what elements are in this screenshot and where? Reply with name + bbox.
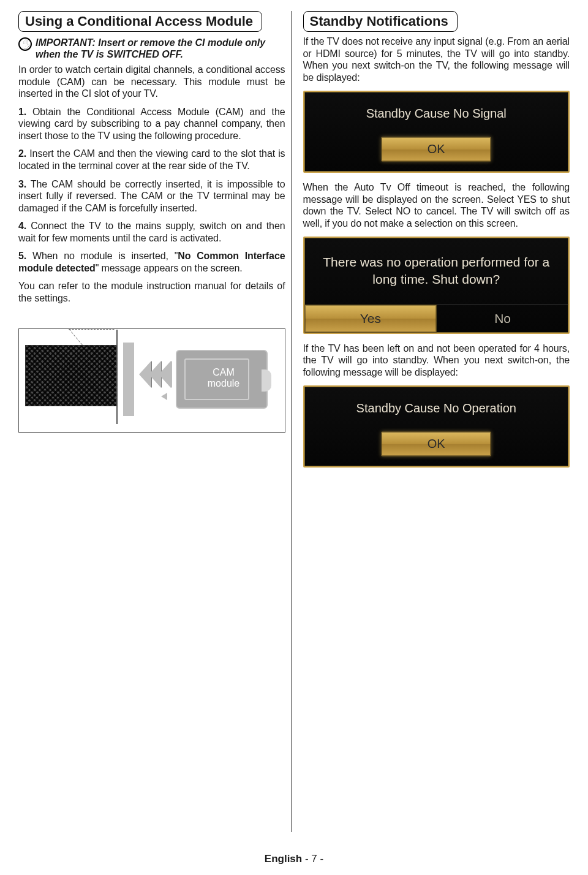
step-5-text-a: When no module is inserted, " — [26, 251, 178, 261]
step-4-text: Connect the TV to the mains supply, swit… — [18, 221, 285, 243]
tv-panel-no-signal: Standby Cause No Signal OK — [303, 91, 570, 173]
yes-button[interactable]: Yes — [304, 305, 437, 333]
yes-no-row: Yes No — [304, 305, 569, 333]
cam-intro: In order to watch certain digital channe… — [18, 64, 285, 100]
footer-page-number: 7 — [311, 853, 317, 865]
chevron-left-icon — [159, 361, 171, 388]
cam-diagram-slot — [123, 343, 134, 416]
tv-panel-no-signal-text: Standby Cause No Signal — [304, 103, 569, 133]
step-3-text: The CAM should be correctly inserted, it… — [18, 179, 285, 213]
cam-diagram-label: CAM module — [200, 367, 247, 388]
step-2-number: 2. — [18, 148, 26, 159]
left-column: Using a Conditional Access Module IMPORT… — [18, 11, 292, 832]
no-button[interactable]: No — [437, 305, 568, 333]
important-text: IMPORTANT: Insert or remove the CI modul… — [36, 37, 285, 60]
ok-button[interactable]: OK — [381, 137, 491, 162]
step-5-text-b: " message appears on the screen. — [96, 263, 243, 273]
cam-diagram: CAM module — [18, 328, 285, 433]
tv-panel-no-operation: Standby Cause No Operation OK — [303, 385, 570, 468]
tv-panel-shutdown-text: There was no operation performed for a l… — [304, 251, 569, 305]
cam-step-1: 1. Obtain the Conditional Access Module … — [18, 106, 285, 142]
step-2-text: Insert the CAM and then the viewing card… — [18, 148, 285, 171]
step-5-number: 5. — [18, 251, 26, 261]
cam-diagram-guide-line — [69, 329, 127, 345]
footer-language: English — [265, 853, 302, 865]
cam-step-5: 5. When no module is inserted, "No Commo… — [18, 250, 285, 274]
right-column: Standby Notifications If the TV does not… — [301, 11, 570, 832]
tv-panel-shutdown-prompt: There was no operation performed for a l… — [303, 237, 570, 334]
triangle-left-icon — [161, 393, 167, 400]
footer-sep2: - — [317, 853, 323, 865]
cam-step-3: 3. The CAM should be correctly inserted,… — [18, 178, 285, 214]
important-note: IMPORTANT: Insert or remove the CI modul… — [18, 36, 285, 64]
step-4-number: 4. — [18, 221, 26, 231]
cam-diagram-tv — [25, 345, 117, 406]
footer-sep: - — [302, 853, 311, 865]
cam-step-4: 4. Connect the TV to the mains supply, s… — [18, 220, 285, 244]
section-title-cam: Using a Conditional Access Module — [18, 11, 262, 32]
tv-panel-no-operation-text: Standby Cause No Operation — [304, 398, 569, 428]
page-footer: English - 7 - — [0, 853, 588, 865]
section-title-standby: Standby Notifications — [303, 11, 458, 32]
standby-p2: When the Auto Tv Off timeout is reached,… — [303, 181, 570, 229]
hand-icon — [18, 37, 32, 51]
step-3-number: 3. — [18, 179, 26, 189]
standby-p3: If the TV has been left on and not been … — [303, 343, 570, 379]
cam-diagram-arrows — [139, 361, 176, 398]
ok-button[interactable]: OK — [381, 431, 491, 456]
cam-step-2: 2. Insert the CAM and then the viewing c… — [18, 148, 285, 172]
step-1-text: Obtain the Conditional Access Module (CA… — [18, 107, 285, 141]
cam-refer: You can refer to the module instruction … — [18, 280, 285, 304]
standby-p1: If the TV does not receive any input sig… — [303, 36, 570, 83]
step-1-number: 1. — [18, 107, 26, 117]
